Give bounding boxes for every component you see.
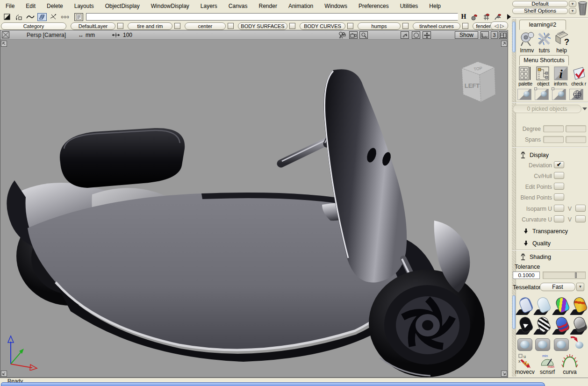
pick-point-icon[interactable] [49,13,58,21]
menu-delete[interactable]: Delete [41,3,69,9]
display-section-header[interactable]: Display [512,150,588,160]
tool-movecv[interactable]: ux movecv [514,353,536,375]
shade-black-arrow-icon[interactable] [517,317,534,336]
viewport-close-icon[interactable] [2,31,9,38]
edit-points-checkbox[interactable] [554,183,564,190]
layer-tirwheel-curves-checkbox[interactable] [462,23,468,29]
promptline-expand-icon[interactable] [507,14,511,20]
tab-menu-shortcuts[interactable]: Menu Shortcuts [519,55,569,65]
deviation-checkbox[interactable]: ✔ [554,161,564,168]
tab-learning-shelf[interactable]: learning#2 [519,20,566,30]
shade-zebra-icon[interactable] [535,317,552,336]
track-icon[interactable] [423,31,431,39]
snap-to-point-icon[interactable] [470,13,479,21]
window-layout-icon[interactable] [499,31,507,39]
shelf-item-tutrs[interactable]: tutrs [536,31,553,54]
scooter-model[interactable] [0,40,508,377]
menu-canvas[interactable]: Canvas [223,3,253,9]
transparency-expand-icon[interactable] [524,229,528,234]
shading-section-header[interactable]: Shading [512,252,588,262]
shelf-preset-dropdown-arrow-icon[interactable]: ▼ [569,1,576,7]
quality-expand-icon[interactable] [524,241,528,246]
menu-objectdisplay[interactable]: ObjectDisplay [100,3,145,9]
menu-file[interactable]: File [0,3,20,9]
menu-render[interactable]: Render [253,3,283,9]
shortcut-information[interactable]: i inform. [552,66,570,86]
degree-field-2[interactable] [566,125,586,132]
viewport-corner-resize-tr[interactable] [501,41,507,47]
layer-tirwheel-curves[interactable]: tirwheel curves [413,22,460,30]
snap-to-grid-icon[interactable] [481,13,491,21]
tolerance-value-field[interactable]: 0.1000 [513,272,540,279]
shade-blue-stripe-icon[interactable] [554,317,571,336]
menu-layouts[interactable]: Layouts [69,3,100,9]
curvature-v-checkbox[interactable] [575,215,586,222]
view-cube[interactable]: TOP LEFT [433,50,503,110]
menu-windows[interactable]: Windows [319,3,353,9]
shortcut-palette[interactable]: palette [516,66,534,86]
menu-windowdisplay[interactable]: WindowDisplay [145,3,195,9]
viewport-corner-resize-bl[interactable] [1,371,7,377]
transform-tool-icon[interactable] [37,13,47,21]
menu-layers[interactable]: Layers [195,3,223,9]
tolerance-slider[interactable] [543,272,586,279]
spans-field-2[interactable] [566,136,586,143]
picked-objects-dropdown-icon[interactable] [582,107,587,110]
menu-edit[interactable]: Edit [20,3,41,9]
pick-component-icon[interactable] [14,13,23,21]
shade-chrome-icon[interactable] [572,317,588,336]
isoparm-u-checkbox[interactable] [554,205,564,212]
layer-body-surfaces-checkbox[interactable] [289,23,295,29]
curvature-u-checkbox[interactable] [554,215,564,222]
snap-to-curve-icon[interactable] [493,13,502,21]
layer-category-button[interactable]: Category [1,22,66,30]
menu-help[interactable]: Help [423,3,446,9]
shade-white-icon[interactable] [535,297,552,316]
viewport-titlebar[interactable]: Persp [Camera] ↔ mm 100 Show 3 [0,30,508,40]
layer-tire-and-rim-checkbox[interactable] [174,23,180,29]
shortcut-object-lister[interactable]: object [534,66,552,86]
pick-nothing-icon[interactable] [2,13,12,21]
taskbar-window-button[interactable] [1,382,545,386]
quality-label[interactable]: Quality [532,240,551,247]
history-toggle[interactable]: H [461,13,466,21]
panel-scrollbar-thumb-2[interactable] [512,295,516,329]
look-at-icon[interactable] [412,31,420,39]
spans-field-1[interactable] [543,136,564,143]
shelf-item-help[interactable]: ? help [553,31,570,54]
blend-points-checkbox[interactable] [554,193,564,200]
layer-humps[interactable]: humps [358,22,401,30]
degree-field-1[interactable] [543,125,564,132]
tumble-icon[interactable] [401,31,409,39]
viewport-corner-resize-br[interactable] [501,371,507,377]
viewport-canvas[interactable]: TOP LEFT [0,40,508,377]
menu-preferences[interactable]: Preferences [353,3,394,9]
shader-assign-button[interactable] [573,339,586,350]
layer-tire-and-rim[interactable]: tire and rim [128,22,172,30]
transparency-label[interactable]: Transparency [532,228,568,235]
shade-wireframe-icon[interactable] [517,297,534,316]
shader-ball-button-2[interactable] [535,338,550,351]
shade-multicolor-icon[interactable] [554,297,571,316]
shader-ball-button-3[interactable] [554,338,569,351]
pane-count-button[interactable]: 3 [491,31,498,39]
shelf-preset-dropdown[interactable]: Default [512,1,568,7]
shade-toggle-sphere-icon[interactable] [535,89,549,100]
layer-body-surfaces[interactable]: BODY SURFACES [238,22,287,30]
menu-utilities[interactable]: Utilities [394,3,424,9]
layer-humps-checkbox[interactable] [402,23,409,29]
layer-body-curves-checkbox[interactable] [347,23,353,29]
zoom-icon[interactable] [359,31,368,39]
more-tools-icon[interactable]: ooo [61,13,70,21]
shelf-item-lrnmv[interactable]: lrnmv [518,31,536,54]
tolerance-slider-thumb[interactable] [575,272,577,278]
tool-curva[interactable]: curva [559,353,581,375]
isoparm-v-checkbox[interactable] [575,205,586,212]
layer-body-curves[interactable]: BODY CURVES [300,22,345,30]
menu-animation[interactable]: Animation [283,3,319,9]
tessellator-dropdown-arrow-icon[interactable]: ▼ [576,283,584,291]
shade-gold-icon[interactable] [572,297,588,316]
camera-icon[interactable] [338,31,346,39]
shader-ball-button-1[interactable] [517,338,532,351]
lock-camera-icon[interactable] [349,31,358,39]
